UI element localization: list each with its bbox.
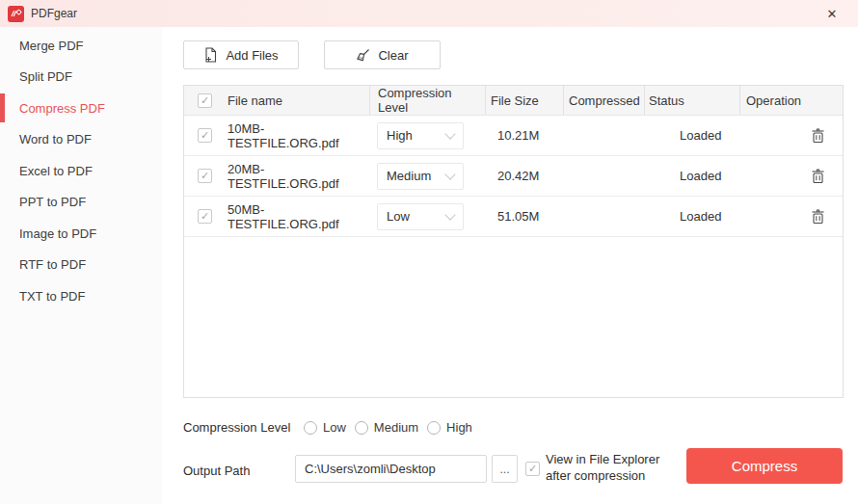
- radio-icon[interactable]: [355, 421, 368, 435]
- table-header: ✓ File name Compression Level File Size …: [184, 86, 843, 116]
- compression-level-radios: Low Medium High: [304, 420, 472, 435]
- radio-icon[interactable]: [304, 421, 317, 435]
- file-size-cell: 10.21M: [485, 128, 563, 143]
- selected-level: Low: [387, 209, 410, 224]
- file-name-cell: 20MB-TESTFILE.ORG.pdf: [220, 162, 369, 191]
- column-header-compressed: Compressed: [563, 86, 644, 115]
- broom-icon: [356, 48, 370, 63]
- file-size-cell: 20.42M: [485, 169, 563, 183]
- compress-button[interactable]: Compress: [686, 448, 843, 484]
- delete-button[interactable]: [811, 208, 825, 225]
- sidebar-item-excel-to-pdf[interactable]: Excel to PDF: [0, 155, 162, 187]
- browse-button[interactable]: ...: [492, 455, 518, 483]
- column-header-file-name: File name: [220, 86, 369, 115]
- column-header-file-size: File Size: [485, 86, 563, 115]
- titlebar: PDFgear ✕: [0, 0, 858, 27]
- sidebar: Merge PDF Split PDF Compress PDF Word to…: [0, 27, 162, 504]
- radio-label: Low: [323, 420, 346, 435]
- select-all-checkbox[interactable]: ✓: [198, 93, 212, 108]
- output-path-label: Output Path: [183, 464, 250, 478]
- row-checkbox[interactable]: ✓: [198, 209, 212, 224]
- app-logo-icon: [8, 6, 24, 22]
- radio-label: High: [446, 420, 472, 435]
- sidebar-item-merge-pdf[interactable]: Merge PDF: [0, 30, 162, 62]
- radio-option-high[interactable]: High: [427, 420, 472, 435]
- app-title: PDFgear: [31, 7, 77, 20]
- table-row: ✓ 50MB-TESTFILE.ORG.pdf Low 51.05M Loade…: [184, 197, 843, 237]
- chevron-down-icon: [444, 128, 455, 139]
- selected-level: Medium: [387, 169, 431, 183]
- sidebar-item-rtf-to-pdf[interactable]: RTF to PDF: [0, 250, 162, 281]
- status-cell: Loaded: [644, 209, 739, 224]
- table-row: ✓ 10MB-TESTFILE.ORG.pdf High 10.21M Load…: [184, 116, 843, 156]
- radio-option-low[interactable]: Low: [304, 420, 346, 435]
- status-cell: Loaded: [644, 128, 739, 143]
- clear-button[interactable]: Clear: [324, 40, 441, 69]
- close-button[interactable]: ✕: [818, 0, 846, 27]
- clear-label: Clear: [378, 48, 408, 63]
- sidebar-item-image-to-pdf[interactable]: Image to PDF: [0, 218, 162, 250]
- radio-icon[interactable]: [427, 421, 441, 435]
- radio-label: Medium: [374, 420, 418, 435]
- sidebar-item-split-pdf[interactable]: Split PDF: [0, 62, 162, 93]
- compression-level-label: Compression Level: [183, 420, 290, 435]
- sidebar-item-txt-to-pdf[interactable]: TXT to PDF: [0, 280, 162, 312]
- sidebar-item-ppt-to-pdf[interactable]: PPT to PDF: [0, 187, 162, 219]
- status-cell: Loaded: [644, 169, 739, 183]
- add-files-button[interactable]: Add Files: [183, 40, 299, 69]
- view-in-explorer-label: View in File Explorer after compression: [546, 451, 665, 484]
- radio-option-medium[interactable]: Medium: [355, 420, 418, 435]
- add-file-icon: [203, 47, 218, 63]
- table-row: ✓ 20MB-TESTFILE.ORG.pdf Medium 20.42M Lo…: [184, 156, 843, 197]
- selected-level: High: [387, 128, 413, 143]
- column-header-operation: Operation: [739, 86, 843, 115]
- row-checkbox[interactable]: ✓: [198, 169, 212, 183]
- sidebar-item-word-to-pdf[interactable]: Word to PDF: [0, 124, 162, 156]
- files-table: ✓ File name Compression Level File Size …: [183, 85, 844, 398]
- view-in-explorer-checkbox[interactable]: ✓: [525, 462, 540, 476]
- sidebar-item-compress-pdf[interactable]: Compress PDF: [0, 93, 162, 124]
- column-header-compression-level: Compression Level: [369, 86, 485, 115]
- compression-level-select[interactable]: Low: [377, 203, 464, 230]
- add-files-label: Add Files: [226, 48, 278, 63]
- delete-button[interactable]: [811, 127, 825, 144]
- output-path-input[interactable]: [295, 455, 487, 483]
- file-name-cell: 50MB-TESTFILE.ORG.pdf: [220, 202, 369, 231]
- delete-button[interactable]: [811, 168, 825, 184]
- file-size-cell: 51.05M: [485, 209, 563, 224]
- chevron-down-icon: [444, 209, 455, 220]
- column-header-status: Status: [644, 86, 739, 115]
- compression-level-select[interactable]: Medium: [377, 163, 464, 190]
- compression-level-select[interactable]: High: [377, 122, 464, 149]
- row-checkbox[interactable]: ✓: [198, 128, 212, 143]
- file-name-cell: 10MB-TESTFILE.ORG.pdf: [220, 121, 369, 150]
- chevron-down-icon: [444, 169, 455, 179]
- app-window: PDFgear ✕ Merge PDF Split PDF Compress P…: [0, 0, 858, 504]
